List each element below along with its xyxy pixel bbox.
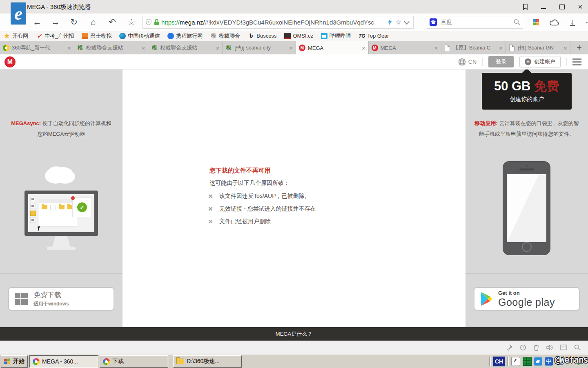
bookmark-ctrip[interactable]: 携程旅行网 [167, 32, 203, 40]
search-input[interactable] [440, 18, 514, 26]
check-icon: ✓ [36, 33, 42, 39]
tab-close-icon[interactable]: × [434, 45, 438, 52]
google-play-button[interactable]: Get it on Google play [474, 287, 580, 311]
tab-mozai-1[interactable]: 模 模載聯合支援站 × [74, 41, 149, 54]
zoom-icon[interactable] [574, 344, 581, 351]
tab-mega-active[interactable]: M MEGA × [296, 41, 369, 54]
trash-icon[interactable] [533, 344, 539, 351]
bilibili-tv-icon [321, 33, 327, 39]
lightning-icon[interactable] [388, 19, 392, 25]
timer-tray-icon[interactable] [511, 357, 520, 366]
address-bar[interactable]: https://mega.nz/#!kdxVEDYD!3gBCu4R6uxoiN… [143, 16, 414, 29]
task-label: MEGA - 360... [42, 358, 78, 365]
tab-label: MEGA [381, 45, 430, 51]
bookmark-zhongkao[interactable]: ✓中考_广州招 [36, 32, 74, 40]
windows-download-button[interactable]: 免费下载 适用于windows [8, 287, 114, 311]
new-tab-button[interactable]: + [570, 41, 588, 54]
volume-icon[interactable] [546, 344, 553, 351]
mega-page-body: 您下载的文件不再可用 这可能由于以下几个原因所致： × 该文件因违反Tos/AU… [0, 69, 588, 327]
more-menu-icon[interactable]: ⋯ [586, 17, 588, 27]
ribbon-icon [522, 4, 528, 10]
bookmark-china-mobile[interactable]: 中国移动通信 [119, 32, 160, 40]
mega-logo[interactable]: M [4, 56, 16, 67]
window-icon[interactable] [560, 344, 567, 350]
phone-illustration [503, 162, 550, 255]
login-button[interactable]: 登录 [488, 56, 514, 67]
promo-headline: 50 GB 免费 [494, 79, 559, 93]
search-icon[interactable] [514, 19, 520, 25]
register-label: 创建帐户 [534, 58, 555, 65]
home-button[interactable]: ⌂ [88, 17, 98, 27]
tab-scania-orig[interactable]: 【原】Scania C × [441, 41, 506, 54]
ime-tray-icon[interactable]: 中 [545, 357, 553, 366]
mo-character-icon: 模 [77, 45, 84, 51]
pushpin-icon[interactable] [506, 344, 513, 351]
tab-close-icon[interactable]: × [142, 45, 145, 52]
cloud-input-tray-icon[interactable] [534, 357, 542, 366]
bookmark-omsi[interactable]: OMSI.cz [284, 33, 313, 39]
promo-tooltip: 50 GB 免费 创建你的账户 [482, 73, 572, 110]
what-is-mega-link[interactable]: MEGA是什么？ [276, 330, 312, 338]
forward-button[interactable]: → [50, 17, 61, 27]
maximize-button[interactable] [558, 3, 566, 11]
url-host: mega.nz/ [180, 19, 205, 26]
task-explorer[interactable]: D:\360极速... [173, 355, 242, 368]
apps-grid-icon[interactable] [533, 19, 539, 25]
language-indicator[interactable]: CH [493, 357, 505, 366]
tab-scania-gn[interactable]: (轉) Scania GN × [506, 41, 570, 54]
window-title: MEGA - 360极速浏览器 [27, 3, 91, 11]
bookmark-bilibili[interactable]: 哔哩哔哩 [321, 32, 351, 40]
tab-close-icon[interactable]: × [362, 45, 365, 52]
register-button[interactable]: M 创建帐户 [519, 56, 561, 67]
promo-size: 50 GB [494, 79, 534, 93]
skin-button[interactable] [521, 3, 529, 11]
omsi-bus-icon [284, 33, 291, 39]
bookmark-star-icon[interactable]: ☆ [395, 18, 401, 27]
grid-cell [533, 22, 536, 25]
tab-scania-city[interactable]: 模 [轉)] scania city × [223, 41, 296, 54]
cloud-icon[interactable] [550, 19, 559, 26]
bookmark-label: 哔哩哔哩 [330, 32, 351, 40]
tab-close-icon[interactable]: × [564, 45, 567, 52]
task-downloads[interactable]: 下载 [100, 355, 168, 368]
download-icon[interactable]: ↓ [570, 18, 575, 26]
tab-bar: 360导航_新一代 × 模 模載聯合支援站 × 模 模載聯合支援站 × 模 [轉… [0, 41, 588, 54]
history-icon[interactable] [520, 344, 526, 351]
tab-close-icon[interactable]: × [499, 45, 503, 52]
task-label: D:\360极速... [187, 358, 220, 365]
bookmark-kaixin[interactable]: ★开心网 [4, 32, 28, 40]
bookmark-topgear[interactable]: TGTop Gear [359, 33, 389, 39]
tab-label: 【原】Scania C [453, 44, 495, 52]
bookmark-bus-sim[interactable]: 巴士模拟 [82, 32, 111, 40]
windows-flag-icon [4, 358, 11, 364]
start-label: 开始 [13, 358, 24, 365]
tab-close-icon[interactable]: × [67, 45, 71, 52]
task-mega-browser[interactable]: MEGA - 360... [29, 355, 98, 368]
mo-character-icon: 模 [210, 33, 217, 39]
minimize-button[interactable] [540, 3, 547, 11]
menu-hamburger-icon[interactable] [572, 58, 581, 65]
search-box[interactable] [427, 16, 523, 29]
megasync-text: MEGAsync: 便于自动化同步您的计算机和 您的MEGA云驱动器 [8, 118, 115, 139]
back-button[interactable]: ← [32, 17, 42, 27]
star-icon: ★ [4, 33, 10, 39]
tab-mega-2[interactable]: M MEGA × [369, 41, 441, 54]
tab-mozai-2[interactable]: 模 模載聯合支援站 × [148, 41, 223, 54]
favorites-button[interactable]: ☆ [126, 17, 137, 27]
tab-close-icon[interactable]: × [289, 45, 293, 52]
green-check-icon: ✓ [77, 202, 87, 212]
start-button[interactable]: 开始 [1, 355, 28, 368]
panel-tray-icon[interactable] [523, 357, 532, 366]
phone-camera [526, 165, 528, 167]
tab-360-nav[interactable]: 360导航_新一代 × [0, 41, 74, 54]
bookmark-mozai[interactable]: 模模載聯合 [210, 32, 240, 40]
lock-icon [154, 19, 159, 25]
close-button[interactable]: × [577, 3, 584, 11]
undo-button[interactable]: ↶ [107, 17, 118, 27]
tab-close-icon[interactable]: × [216, 45, 219, 52]
language-selector[interactable]: CN [458, 58, 477, 66]
chevron-down-icon[interactable] [404, 18, 410, 24]
bookmark-buscess[interactable]: bBuscess [248, 33, 276, 39]
monitor-screen: ✓ [28, 194, 94, 232]
refresh-button[interactable]: ↻ [69, 17, 79, 27]
